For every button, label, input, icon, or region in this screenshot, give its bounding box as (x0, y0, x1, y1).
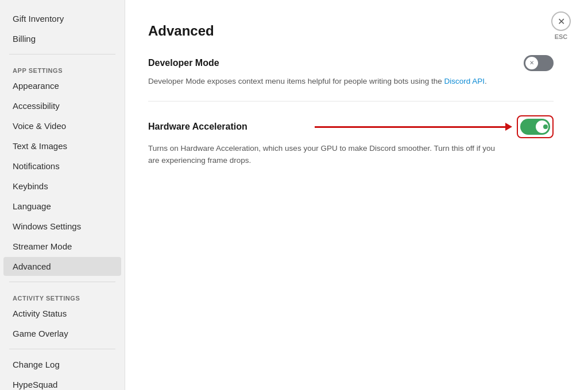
divider-top (9, 54, 115, 54)
close-icon: ✕ (558, 16, 565, 27)
arrow-annotation (315, 123, 512, 131)
page-title: Advanced (148, 23, 554, 39)
discord-api-link[interactable]: Discord API (444, 77, 485, 85)
developer-mode-row: Developer Mode (148, 55, 554, 71)
sidebar-item-advanced[interactable]: Advanced (3, 257, 121, 276)
app-settings-section-label: APP SETTINGS (3, 60, 121, 76)
hardware-acceleration-toggle-box: ✓ (517, 115, 554, 138)
sidebar-item-streamer-mode[interactable]: Streamer Mode (3, 237, 121, 256)
developer-mode-description: Developer Mode exposes context menu item… (148, 76, 504, 87)
developer-mode-label: Developer Mode (148, 58, 219, 68)
divider-bottom (9, 349, 115, 349)
esc-button[interactable]: ✕ ESC (551, 11, 571, 40)
sidebar-item-hypesquad[interactable]: HypeSquad (3, 375, 121, 390)
developer-mode-toggle-knob (525, 57, 538, 69)
activity-settings-section-label: ACTIVITY SETTINGS (3, 288, 121, 304)
sidebar-item-game-overlay[interactable]: Game Overlay (3, 324, 121, 343)
arrow-head (505, 123, 512, 131)
hardware-acceleration-label: Hardware Acceleration (148, 122, 247, 132)
developer-mode-toggle[interactable] (524, 55, 554, 71)
sidebar-item-windows-settings[interactable]: Windows Settings (3, 217, 121, 236)
sidebar-item-accessibility[interactable]: Accessibility (3, 96, 121, 115)
sidebar-item-keybinds[interactable]: Keybinds (3, 177, 121, 196)
hardware-acceleration-toggle[interactable]: ✓ (520, 119, 550, 135)
esc-label: ESC (555, 33, 568, 40)
divider-middle (9, 282, 115, 282)
sidebar-item-notifications[interactable]: Notifications (3, 157, 121, 176)
sidebar-item-billing[interactable]: Billing (3, 29, 121, 48)
check-icon: ✓ (536, 122, 543, 131)
sidebar-item-appearance[interactable]: Appearance (3, 76, 121, 95)
sidebar: Gift Inventory Billing APP SETTINGS Appe… (0, 0, 125, 390)
main-content: ✕ ESC Advanced Developer Mode Developer … (125, 0, 588, 390)
hardware-acceleration-row: Hardware Acceleration ✓ (148, 115, 554, 138)
sidebar-item-text-images[interactable]: Text & Images (3, 136, 121, 155)
arrow-line (315, 126, 505, 128)
hardware-acceleration-description: Turns on Hardware Acceleration, which us… (148, 143, 504, 166)
hardware-acceleration-toggle-knob: ✓ (536, 120, 548, 133)
sidebar-item-voice-video[interactable]: Voice & Video (3, 116, 121, 135)
sidebar-item-activity-status[interactable]: Activity Status (3, 304, 121, 323)
sidebar-item-gift-inventory[interactable]: Gift Inventory (3, 9, 121, 28)
hardware-acceleration-toggle-wrapper: ✓ (517, 115, 554, 138)
esc-circle[interactable]: ✕ (551, 11, 571, 31)
sidebar-item-language[interactable]: Language (3, 197, 121, 216)
sidebar-item-change-log[interactable]: Change Log (3, 355, 121, 374)
settings-divider (148, 101, 554, 102)
